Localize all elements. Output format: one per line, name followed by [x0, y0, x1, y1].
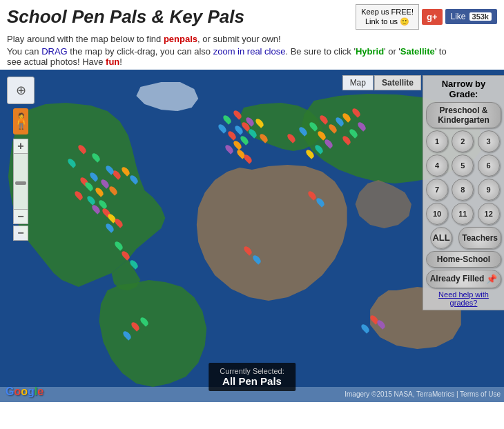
already-filled-button[interactable]: Already Filled 📌: [426, 270, 501, 288]
grade-grid-4-6: 4 5 6: [426, 154, 501, 177]
grade-grid-10-12: 10 11 12: [426, 203, 501, 225]
map-pin: [120, 250, 131, 261]
pan-control[interactable]: ⊕: [7, 77, 35, 104]
map-pin: [315, 197, 326, 208]
map-pin: [341, 134, 352, 146]
grade-11-button[interactable]: 11: [452, 203, 474, 225]
map-container[interactable]: ⊕ + − − Map Satellite Narrow by Grade: P…: [0, 70, 504, 402]
map-controls: ⊕ + − −: [7, 77, 35, 241]
map-pin: [313, 143, 324, 154]
imagery-attribution: Imagery ©2015 NASA, TerraMetrics | Terms…: [345, 390, 501, 398]
zoom-word: zoom in real close: [213, 46, 286, 57]
grade-7-button[interactable]: 7: [426, 179, 448, 201]
header: School Pen Pals & Key Pals Keep us FREE!…: [0, 0, 504, 32]
all-grade-button[interactable]: ALL: [430, 227, 452, 249]
grade-5-button[interactable]: 5: [452, 154, 474, 177]
home-school-button[interactable]: Home-School: [426, 251, 501, 268]
street-view-control[interactable]: [13, 108, 28, 134]
grade-panel: Narrow by Grade: Preschool & Kindergarte…: [423, 75, 504, 310]
map-pin: [226, 130, 238, 141]
grade-4-button[interactable]: 4: [426, 154, 448, 177]
map-pin: [128, 259, 139, 270]
help-grades-link[interactable]: Need help with grades?: [426, 290, 501, 307]
grade-grid-1-3: 1 2 3: [426, 130, 501, 152]
page-title: School Pen Pals & Key Pals: [7, 6, 244, 28]
fb-count: 353k: [469, 12, 492, 21]
grade-8-button[interactable]: 8: [452, 179, 474, 201]
map-pin: [258, 132, 269, 143]
currently-selected-overlay: Currently Selected: All Pen Pals: [209, 363, 295, 391]
google-plus-button[interactable]: g+: [422, 9, 443, 25]
map-type-satellite[interactable]: Satellite: [374, 75, 421, 90]
map-pin: [104, 222, 115, 233]
fb-like-label: Like: [451, 12, 466, 21]
fun-word: fun: [106, 57, 119, 67]
map-pin: [84, 181, 95, 192]
header-buttons: Keep us FREE! Link to us 🙂 g+ Like 353k: [356, 4, 497, 30]
map-pin: [73, 190, 84, 201]
pin-icon: 📌: [486, 274, 497, 284]
currently-selected-label: Currently Selected:: [220, 367, 284, 375]
all-teachers-row: ALL Teachers: [426, 227, 501, 249]
map-pin: [323, 138, 334, 149]
map-pin: [242, 153, 253, 164]
zoom-out-button1[interactable]: −: [13, 209, 28, 224]
map-pin: [232, 109, 243, 120]
zoom-controls: + − −: [13, 139, 28, 241]
zoom-in-button[interactable]: +: [13, 139, 28, 154]
grade-6-button[interactable]: 6: [478, 154, 500, 177]
map-pin: [254, 117, 265, 128]
map-pin: [348, 128, 359, 139]
preschool-kindergarten-button[interactable]: Preschool & Kindergarten: [426, 102, 501, 128]
map-pin: [242, 245, 253, 256]
grade-2-button[interactable]: 2: [452, 130, 474, 152]
map-pin: [356, 121, 367, 132]
map-pin: [286, 132, 297, 143]
map-pin: [318, 114, 329, 125]
map-pin: [139, 316, 150, 327]
map-pin: [122, 330, 133, 341]
highlight-penpals: penpals: [164, 34, 197, 44]
grade-10-button[interactable]: 10: [426, 203, 448, 225]
drag-word: DRAG: [41, 46, 68, 57]
map-pin: [304, 148, 316, 159]
map-pin: [360, 323, 371, 334]
keep-free-line2: Link to us 🙂: [365, 17, 409, 26]
text-line2: You can DRAG the map by click-drag, you …: [7, 46, 497, 67]
keep-free-button[interactable]: Keep us FREE! Link to us 🙂: [356, 4, 419, 30]
grade-12-button[interactable]: 12: [478, 203, 500, 225]
map-type-map[interactable]: Map: [342, 75, 374, 90]
satellite-word: Satellite: [400, 46, 435, 57]
map-pin: [351, 107, 362, 118]
map-pin: [86, 194, 97, 206]
map-pin: [113, 217, 124, 228]
teachers-button[interactable]: Teachers: [458, 227, 501, 249]
grade-panel-title: Narrow by Grade:: [426, 79, 501, 99]
map-pin: [239, 134, 250, 146]
map-pin: [94, 186, 105, 197]
map-type-buttons: Map Satellite: [342, 75, 421, 90]
map-pin: [222, 114, 233, 125]
text-line1: Play around with the map below to find p…: [7, 34, 497, 44]
hybrid-word: Hybrid: [356, 46, 384, 57]
map-pin: [113, 240, 124, 251]
map-pin: [90, 152, 101, 163]
google-brand: Google: [6, 386, 43, 398]
zoom-slider-handle: [15, 181, 26, 185]
zoom-slider[interactable]: [13, 154, 28, 209]
already-filled-label: Already Filled: [430, 274, 485, 283]
facebook-like-button[interactable]: Like 353k: [445, 9, 498, 24]
map-pin: [130, 321, 141, 332]
map-pin: [128, 174, 139, 185]
map-pin: [376, 319, 387, 330]
map-pin: [327, 123, 338, 134]
grade-9-button[interactable]: 9: [478, 179, 500, 201]
map-pin: [308, 121, 319, 132]
map-pin: [217, 123, 228, 134]
grade-1-button[interactable]: 1: [426, 130, 448, 152]
grade-3-button[interactable]: 3: [478, 130, 500, 152]
map-pin: [224, 143, 235, 154]
zoom-out-button2[interactable]: −: [13, 226, 28, 241]
map-pin: [77, 143, 88, 154]
map-pin: [247, 128, 258, 139]
